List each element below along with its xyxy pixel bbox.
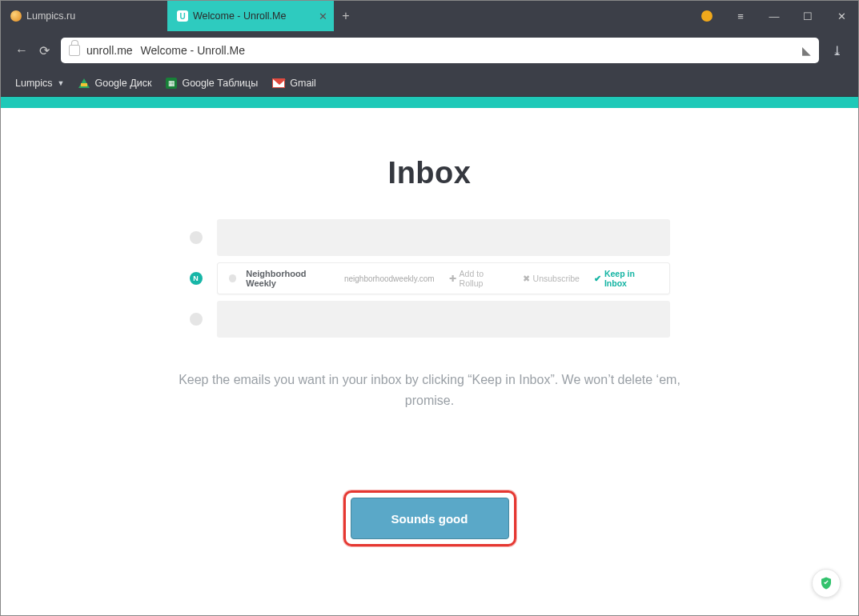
sender-badge: N [190, 272, 203, 285]
cta-highlight: Sounds good [343, 490, 516, 546]
close-icon: ✖ [523, 274, 530, 283]
row-dot [190, 313, 203, 326]
keep-in-inbox-button[interactable]: ✔ Keep in Inbox [594, 269, 658, 288]
lock-icon [69, 45, 80, 56]
menu-icon[interactable]: ≡ [724, 1, 757, 31]
tab-unrollme[interactable]: U Welcome - Unroll.Me ✕ [167, 1, 334, 31]
bookmarks-menu[interactable]: Lumpics ▼ [15, 78, 64, 89]
sender-name: Neighborhood Weekly [246, 269, 336, 288]
gmail-icon [272, 78, 285, 88]
unsubscribe-button[interactable]: ✖ Unsubscribe [523, 274, 580, 283]
bookmark-label: Google Диск [94, 78, 151, 89]
page-title: Inbox [388, 156, 472, 190]
page-content: Inbox N Neighborhood Weekly neighborhood… [1, 108, 858, 546]
protect-badge[interactable] [812, 569, 841, 598]
close-tab-icon[interactable]: ✕ [319, 10, 327, 22]
back-button[interactable]: ← [15, 43, 28, 58]
downloads-icon[interactable]: ⤓ [830, 43, 844, 58]
bookmark-gmail[interactable]: Gmail [272, 78, 316, 89]
maximize-button[interactable]: ☐ [791, 1, 825, 31]
plus-icon: ✚ [449, 274, 456, 283]
url-domain: unroll.me [86, 44, 133, 57]
tab-label: Lumpics.ru [26, 10, 75, 22]
favicon-unrollme: U [177, 10, 188, 22]
inbox-illustration: N Neighborhood Weekly neighborhoodweekly… [190, 219, 670, 338]
bookmarks-bar: Lumpics ▼ Google Диск ▦ Google Таблицы G… [1, 70, 858, 97]
row-dot [229, 274, 237, 282]
turbo-icon[interactable] [690, 1, 724, 31]
brand-strip [1, 97, 858, 108]
sample-card: Neighborhood Weekly neighborhoodweekly.c… [217, 262, 670, 294]
bookmark-icon[interactable]: ◣ [802, 44, 811, 57]
sheets-icon: ▦ [166, 78, 177, 89]
shield-icon [819, 576, 833, 590]
minimize-button[interactable]: ― [757, 1, 791, 31]
window-titlebar: Lumpics.ru U Welcome - Unroll.Me ✕ + ≡ ―… [1, 1, 858, 31]
favicon-lumpics [10, 10, 22, 22]
url-input[interactable]: unroll.me Welcome - Unroll.Me ◣ [61, 38, 819, 63]
url-title: Welcome - Unroll.Me [141, 44, 245, 57]
bookmark-google-drive[interactable]: Google Диск [78, 78, 151, 89]
bookmarks-menu-label: Lumpics [15, 78, 53, 89]
placeholder-row [190, 301, 670, 338]
bookmark-label: Gmail [290, 78, 316, 89]
new-tab-button[interactable]: + [334, 1, 358, 31]
action-label: Keep in Inbox [604, 269, 658, 288]
chevron-down-icon: ▼ [58, 79, 65, 87]
sample-row: N Neighborhood Weekly neighborhoodweekly… [190, 262, 670, 294]
drive-icon [78, 78, 90, 88]
placeholder-card [217, 219, 670, 256]
placeholder-card [217, 301, 670, 338]
address-bar: ← ⟳ unroll.me Welcome - Unroll.Me ◣ ⤓ [1, 31, 858, 70]
bookmark-google-sheets[interactable]: ▦ Google Таблицы [166, 78, 258, 89]
add-to-rollup-button[interactable]: ✚ Add to Rollup [449, 269, 508, 288]
action-label: Add to Rollup [460, 269, 508, 288]
tab-label: Welcome - Unroll.Me [193, 10, 286, 22]
sounds-good-button[interactable]: Sounds good [351, 498, 509, 539]
check-icon: ✔ [594, 274, 601, 283]
placeholder-row [190, 219, 670, 256]
bookmark-label: Google Таблицы [182, 78, 258, 89]
explanation-text: Keep the emails you want in your inbox b… [174, 370, 686, 410]
reload-button[interactable]: ⟳ [39, 43, 50, 58]
tab-lumpics[interactable]: Lumpics.ru [1, 1, 167, 31]
action-label: Unsubscribe [533, 274, 580, 283]
sender-domain: neighborhoodweekly.com [344, 274, 435, 283]
row-dot [190, 231, 203, 244]
close-window-button[interactable]: ✕ [825, 1, 858, 31]
